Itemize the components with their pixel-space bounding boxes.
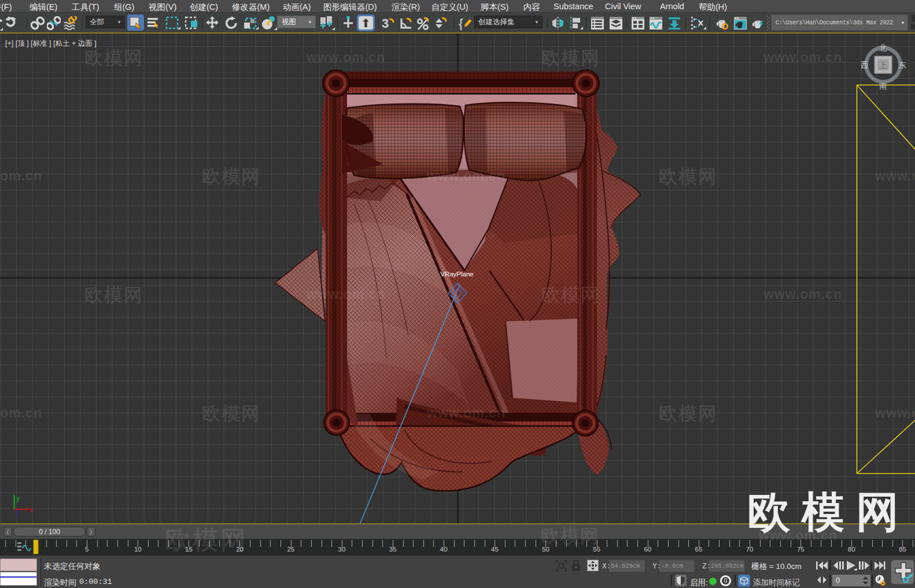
- svg-text:y: y: [16, 494, 20, 502]
- svg-text:西: 西: [861, 61, 869, 69]
- svg-text:北: 北: [879, 43, 887, 52]
- svg-text:东: 东: [898, 61, 906, 69]
- svg-text:VRayPlane: VRayPlane: [440, 271, 474, 278]
- svg-text:上: 上: [879, 61, 887, 70]
- svg-text:南: 南: [879, 82, 887, 90]
- svg-text:3: 3: [382, 16, 389, 30]
- svg-text:x: x: [29, 506, 33, 514]
- svg-text:z: z: [16, 508, 19, 516]
- svg-text:{: {: [459, 16, 463, 30]
